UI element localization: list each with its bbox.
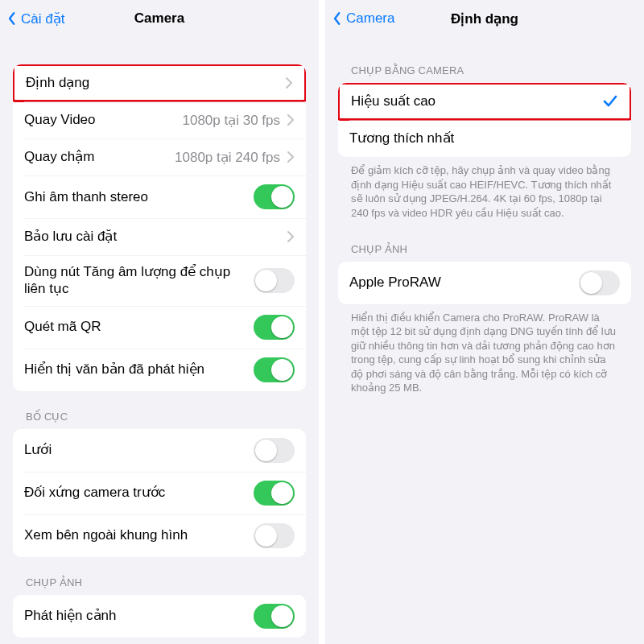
row-label: Ghi âm thanh stereo [24,189,254,205]
row-label: Quay Video [24,112,182,128]
group-footer-apple-proraw: Hiển thị điều khiển Camera cho ProRAW. P… [338,304,631,398]
content: Định dạng Quay Video 1080p tại 30 fps [0,37,319,641]
switch-grid[interactable] [254,438,295,463]
row-label: Định dạng [26,75,285,91]
switch-mirror-front[interactable] [254,481,295,506]
row-view-outside-frame[interactable]: Xem bên ngoài khung hình [13,514,306,557]
row-label: Dùng nút Tăng âm lượng để chụp liên tục [24,264,254,297]
row-label: Quét mã QR [24,319,254,335]
chevron-left-icon [5,11,19,26]
group-header-composition: BỐ CỤC [13,394,306,429]
row-label: Hiệu suất cao [351,93,602,109]
row-label: Lưới [24,442,254,458]
row-accessory: 1080p tại 30 fps [182,112,295,129]
switch-apple-proraw[interactable] [579,270,620,295]
row-scene-detection[interactable]: Phát hiện cảnh [13,595,306,638]
group-header-photo-capture: CHỤP ẢNH [13,560,306,595]
pane-divider [319,0,325,644]
row-stereo-sound[interactable]: Ghi âm thanh stereo [13,175,306,218]
page-title: Camera [134,10,184,27]
nav-bar: Cài đặt Camera [0,0,319,37]
row-detected-text[interactable]: Hiển thị văn bản đã phát hiện [13,349,306,391]
row-preserve-settings[interactable]: Bảo lưu cài đặt [13,218,306,255]
switch-volume-burst[interactable] [254,268,295,293]
row-label: Hiển thị văn bản đã phát hiện [24,361,254,378]
row-most-compatible[interactable]: Tương thích nhất [338,120,631,157]
row-label: Xem bên ngoài khung hình [24,527,254,543]
switch-stereo-sound[interactable] [254,184,295,209]
checkmark-icon [602,93,618,109]
row-label: Bảo lưu cài đặt [24,229,287,245]
row-label: Phát hiện cảnh [24,608,254,624]
camera-settings-screen: Cài đặt Camera Định dạng Quay Video [0,0,319,644]
row-grid[interactable]: Lưới [13,429,306,472]
back-button[interactable]: Cài đặt [5,0,64,37]
row-value: 1080p tại 240 fps [175,149,280,166]
switch-view-outside-frame[interactable] [254,523,295,548]
back-label: Camera [346,10,394,27]
row-label: Tương thích nhất [349,130,620,147]
row-volume-burst[interactable]: Dùng nút Tăng âm lượng để chụp liên tục [13,255,306,306]
chevron-right-icon [287,151,295,163]
photo-capture-right-group: Apple ProRAW [338,262,631,304]
row-formats[interactable]: Định dạng [13,64,306,102]
row-label: Apple ProRAW [349,275,579,291]
row-record-video[interactable]: Quay Video 1080p tại 30 fps [13,101,306,138]
switch-scene-detection[interactable] [254,604,295,629]
row-scan-qr[interactable]: Quét mã QR [13,306,306,349]
row-value: 1080p tại 30 fps [182,112,280,129]
chevron-right-icon [287,230,295,243]
row-mirror-front[interactable]: Đối xứng camera trước [13,472,306,514]
chevron-right-icon [285,76,293,89]
group-header-photo-capture-right: CHỤP ẢNH [338,227,631,262]
page-title: Định dạng [451,10,518,27]
back-button[interactable]: Camera [330,0,394,37]
camera-main-group: Định dạng Quay Video 1080p tại 30 fps [13,64,306,391]
switch-detected-text[interactable] [254,357,295,382]
row-high-efficiency[interactable]: Hiệu suất cao [338,83,631,121]
row-apple-proraw[interactable]: Apple ProRAW [338,262,631,304]
group-footer-camera-capture: Để giảm kích cỡ tệp, hãy chụp ảnh và qua… [338,157,631,223]
row-label: Đối xứng camera trước [24,485,254,501]
chevron-right-icon [287,114,295,126]
camera-capture-group: Hiệu suất cao Tương thích nhất [338,83,631,157]
row-label: Quay chậm [24,149,175,165]
composition-group: Lưới Đối xứng camera trước Xem bên ngoài… [13,429,306,557]
row-slo-mo[interactable]: Quay chậm 1080p tại 240 fps [13,138,306,175]
switch-scan-qr[interactable] [254,315,295,340]
row-accessory: 1080p tại 240 fps [175,149,295,166]
content: CHỤP BẰNG CAMERA Hiệu suất cao Tương thí… [325,37,644,641]
photo-capture-group: Phát hiện cảnh [13,595,306,638]
group-header-camera-capture: CHỤP BẰNG CAMERA [338,37,631,83]
chevron-left-icon [330,11,345,26]
back-label: Cài đặt [21,10,64,27]
formats-screen: Camera Định dạng CHỤP BẰNG CAMERA Hiệu s… [325,0,644,644]
nav-bar: Camera Định dạng [325,0,644,37]
row-accessory [285,76,293,89]
